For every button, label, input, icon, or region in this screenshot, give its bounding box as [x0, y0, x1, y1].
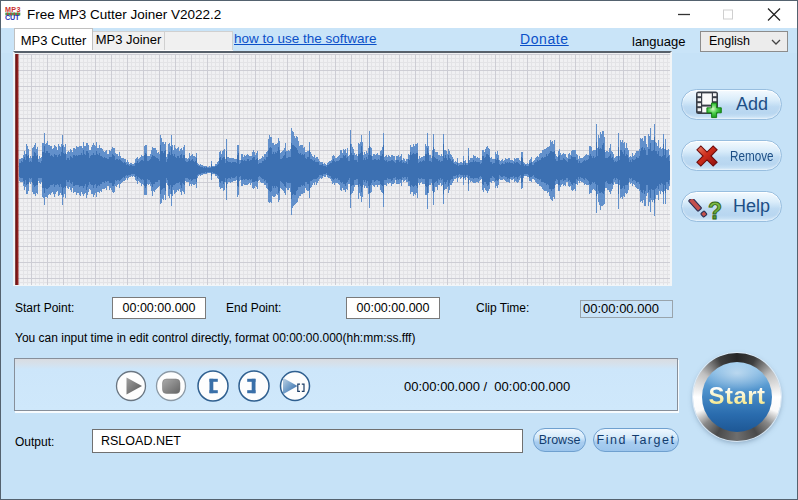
svg-text:?: ?	[708, 199, 722, 224]
svg-text:CUT: CUT	[5, 13, 21, 21]
